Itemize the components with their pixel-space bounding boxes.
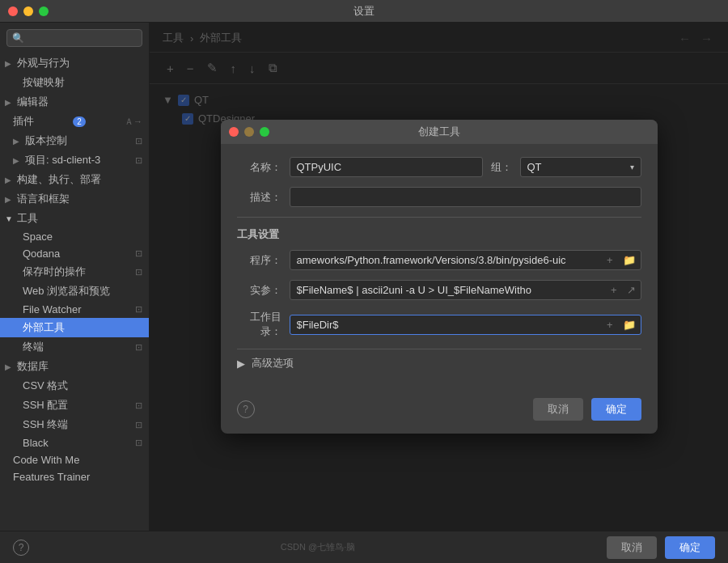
modal-traffic-lights (229, 127, 269, 137)
program-row: 程序： + 📁 (237, 250, 641, 270)
expand-icon: ⊡ (135, 248, 142, 259)
sidebar-item-label: Black (23, 437, 49, 449)
sidebar-item-ssh-config[interactable]: SSH 配置 ⊡ (0, 396, 149, 415)
arrow-icon: ▶ (13, 156, 21, 165)
sidebar: 🔍 ▶ 外观与行为 按键映射 ▶ 编辑器 插件 2 Ａ→ ▶ 版本控制 ⊡ ▶ … (0, 23, 150, 531)
chevron-down-icon: ▾ (630, 163, 634, 171)
sidebar-item-qodana[interactable]: Qodana ⊡ (0, 245, 149, 262)
sidebar-item-label: File Watcher (23, 303, 81, 315)
watermark: CSDN @七雏鸟·脑 (281, 541, 355, 553)
sidebar-item-features-trainer[interactable]: Features Trainer (0, 468, 149, 485)
modal-cancel-button[interactable]: 取消 (533, 398, 583, 421)
minimize-button[interactable] (23, 6, 33, 16)
args-row: 实参： + ↗ (237, 280, 641, 300)
program-field: + 📁 (290, 250, 641, 270)
sidebar-item-label: 插件 (13, 114, 34, 129)
sidebar-item-label: Qodana (23, 248, 60, 260)
name-input[interactable] (290, 157, 483, 177)
sidebar-item-project[interactable]: ▶ 项目: sd-client-3 ⊡ (0, 150, 149, 170)
expand-icon: ⊡ (135, 400, 142, 411)
workdir-label: 工作目录： (237, 310, 281, 339)
sidebar-item-label: Features Trainer (13, 471, 90, 483)
sidebar-item-label: 项目: sd-client-3 (25, 153, 100, 167)
arrow-icon: ▶ (5, 176, 13, 184)
sidebar-item-ssh-terminal[interactable]: SSH 终端 ⊡ (0, 415, 149, 434)
modal-maximize-button[interactable] (260, 127, 269, 137)
desc-row: 描述： (237, 187, 641, 207)
search-bar[interactable]: 🔍 (6, 29, 142, 47)
modal-body: 名称： 组： QT ▾ 描述： (221, 144, 658, 390)
args-field: + ↗ (290, 280, 641, 300)
tool-settings-section: 工具设置 程序： + 📁 实参： (237, 217, 641, 339)
workdir-folder-button[interactable]: 📁 (618, 315, 641, 334)
sidebar-item-vcs[interactable]: ▶ 版本控制 ⊡ (0, 131, 149, 150)
workdir-input[interactable] (290, 315, 602, 334)
maximize-button[interactable] (39, 6, 49, 16)
traffic-lights (8, 6, 49, 16)
sidebar-item-code-with-me[interactable]: Code With Me (0, 451, 149, 468)
program-add-button[interactable]: + (602, 251, 618, 269)
sidebar-item-plugins[interactable]: 插件 2 Ａ→ (0, 112, 149, 131)
sidebar-item-web-browser[interactable]: Web 浏览器和预览 (0, 282, 149, 301)
desc-input[interactable] (290, 187, 641, 207)
args-expand-button[interactable]: ↗ (622, 281, 641, 299)
sidebar-item-label: 编辑器 (17, 95, 49, 109)
sidebar-item-database[interactable]: ▶ 数据库 (0, 357, 149, 376)
sidebar-item-label: 按键映射 (23, 75, 65, 90)
args-add-button[interactable]: + (606, 281, 622, 299)
ok-button[interactable]: 确定 (665, 536, 715, 559)
advanced-label: 高级选项 (252, 356, 294, 370)
arrow-icon: ▶ (5, 59, 13, 68)
sidebar-item-build[interactable]: ▶ 构建、执行、部署 (0, 170, 149, 189)
sidebar-item-lang[interactable]: ▶ 语言和框架 (0, 189, 149, 209)
name-label: 名称： (237, 160, 281, 175)
tool-settings-title: 工具设置 (237, 227, 641, 242)
desc-label: 描述： (237, 190, 281, 205)
modal-footer-buttons: 取消 确定 (533, 398, 641, 421)
program-folder-button[interactable]: 📁 (618, 251, 641, 269)
sidebar-item-label: Web 浏览器和预览 (23, 284, 110, 298)
expand-icon: ⊡ (135, 438, 142, 448)
name-group-row: 名称： 组： QT ▾ (237, 157, 641, 177)
program-input[interactable] (290, 251, 602, 269)
sidebar-item-label: 终端 (23, 340, 44, 354)
sidebar-item-appearance[interactable]: ▶ 外观与行为 (0, 53, 149, 73)
sidebar-item-external-tools[interactable]: 外部工具 (0, 318, 149, 337)
modal-titlebar: 创建工具 (221, 120, 658, 144)
sidebar-item-label: 保存时的操作 (23, 265, 86, 279)
args-input[interactable] (290, 281, 606, 299)
sidebar-item-editor[interactable]: ▶ 编辑器 (0, 92, 149, 112)
bottom-bar: ? CSDN @七雏鸟·脑 取消 确定 (0, 531, 728, 563)
modal-ok-button[interactable]: 确定 (591, 398, 641, 421)
help-bottom-icon[interactable]: ? (13, 540, 29, 556)
sidebar-item-save-actions[interactable]: 保存时的操作 ⊡ (0, 262, 149, 282)
sidebar-item-tools[interactable]: ▼ 工具 (0, 209, 149, 228)
workdir-field: + 📁 (290, 315, 641, 335)
modal-overlay: 创建工具 名称： 组： QT ▾ (150, 23, 728, 531)
program-label: 程序： (237, 253, 281, 268)
sidebar-item-terminal[interactable]: 终端 ⊡ (0, 337, 149, 357)
sidebar-item-label: 构建、执行、部署 (17, 172, 101, 187)
sidebar-item-label: Space (23, 231, 53, 243)
cancel-button[interactable]: 取消 (607, 536, 657, 559)
sidebar-item-keymap[interactable]: 按键映射 (0, 73, 149, 92)
main-layout: 🔍 ▶ 外观与行为 按键映射 ▶ 编辑器 插件 2 Ａ→ ▶ 版本控制 ⊡ ▶ … (0, 23, 728, 531)
sidebar-item-space[interactable]: Space (0, 228, 149, 245)
search-icon: 🔍 (12, 32, 24, 44)
close-button[interactable] (8, 6, 18, 16)
sidebar-item-file-watcher[interactable]: File Watcher ⊡ (0, 301, 149, 318)
search-input[interactable] (28, 32, 137, 44)
group-select[interactable]: QT ▾ (520, 157, 641, 177)
modal-minimize-button[interactable] (244, 127, 254, 137)
modal-close-button[interactable] (229, 127, 239, 137)
group-value: QT (527, 161, 630, 173)
expand-icon: ⊡ (135, 420, 142, 430)
sidebar-item-label: 语言和框架 (17, 192, 70, 206)
sidebar-item-csv[interactable]: CSV 格式 (0, 376, 149, 396)
help-button[interactable]: ? (237, 400, 255, 418)
expand-icon: ⊡ (135, 342, 142, 353)
modal-dialog: 创建工具 名称： 组： QT ▾ (221, 120, 658, 434)
advanced-options-row[interactable]: ▶ 高级选项 (237, 349, 641, 377)
workdir-add-button[interactable]: + (602, 315, 618, 334)
sidebar-item-black[interactable]: Black ⊡ (0, 434, 149, 451)
